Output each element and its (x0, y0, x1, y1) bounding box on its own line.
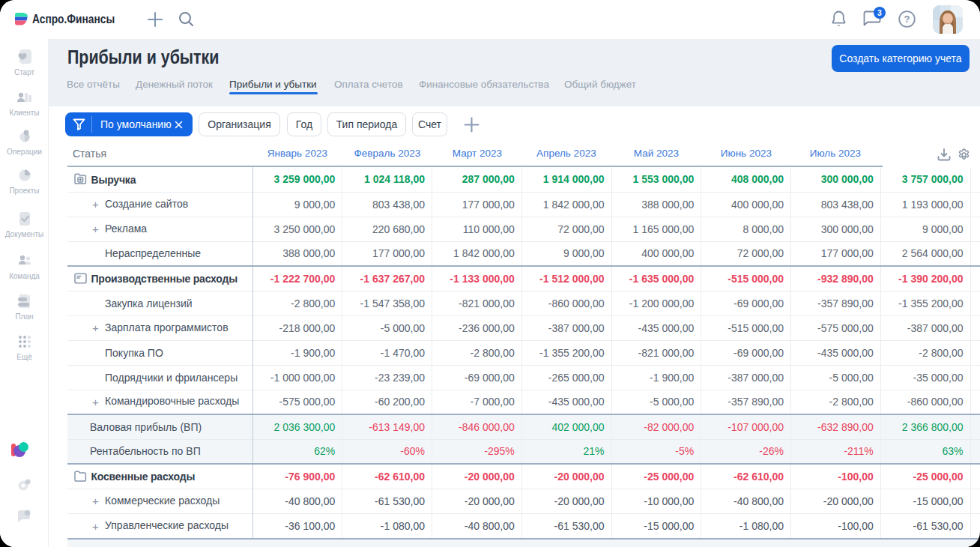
svg-text:?: ? (904, 13, 910, 25)
